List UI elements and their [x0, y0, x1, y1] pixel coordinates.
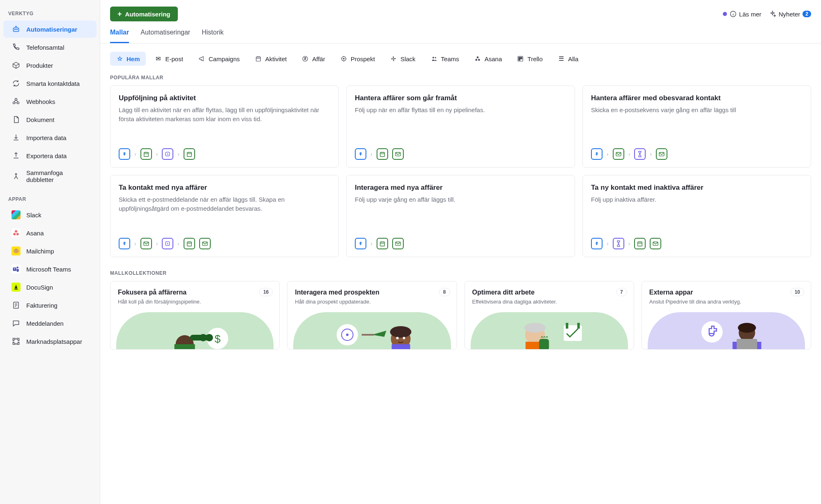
- chevron-right-icon: ›: [134, 240, 136, 247]
- new-automation-button[interactable]: + Automatisering: [110, 7, 178, 21]
- hourglass-step-icon: [613, 238, 624, 249]
- svg-rect-20: [393, 59, 394, 61]
- teams-icon: T: [11, 265, 21, 274]
- collection-card[interactable]: 10 Externa appar Anslut Pipedrive till d…: [642, 281, 811, 350]
- svg-point-1: [15, 29, 16, 30]
- sidebar-app-asana[interactable]: Asana: [3, 224, 97, 242]
- collection-desc: Anslut Pipedrive till dina andra verktyg…: [649, 299, 803, 305]
- svg-rect-39: [187, 242, 192, 246]
- sidebar-app-marketplace[interactable]: Marknadsplatsappar: [3, 333, 97, 350]
- sidebar-item-label: Microsoft Teams: [26, 266, 71, 273]
- news-count-badge: 2: [803, 11, 811, 17]
- svg-rect-33: [380, 152, 384, 156]
- collection-card[interactable]: 8 Interagera med prospekten Håll dina pr…: [287, 281, 457, 350]
- collection-illustration: [293, 312, 451, 349]
- phone-icon: [11, 43, 21, 52]
- sidebar-item-products[interactable]: Produkter: [3, 57, 97, 74]
- sparkle-icon: [769, 10, 776, 18]
- mail-step-icon: [656, 148, 667, 160]
- category-campaigns[interactable]: Campaigns: [192, 52, 246, 66]
- read-more-link[interactable]: Läs mer: [723, 10, 761, 18]
- info-icon: [729, 10, 737, 18]
- chevron-right-icon: ›: [177, 240, 179, 247]
- template-card[interactable]: Ta kontakt med nya affärer Skicka ett e-…: [110, 175, 339, 257]
- sidebar-item-import[interactable]: Importera data: [3, 129, 97, 146]
- sidebar-item-label: Fakturering: [26, 302, 57, 309]
- category-prospect[interactable]: Prospekt: [334, 52, 381, 66]
- category-trello[interactable]: Trello: [511, 52, 548, 66]
- main-content: + Automatisering Läs mer Nyheter 2 Malla…: [100, 0, 821, 504]
- svg-rect-43: [638, 242, 642, 246]
- sidebar-section-apps: APPAR: [0, 193, 100, 206]
- svg-point-68: [701, 321, 722, 343]
- svg-rect-36: [659, 152, 664, 156]
- category-slack[interactable]: Slack: [384, 52, 421, 66]
- sidebar-item-merge[interactable]: Sammanfoga dubbletter: [3, 165, 97, 187]
- tab-templates[interactable]: Mallar: [110, 29, 129, 43]
- sidebar-item-smartdata[interactable]: Smarta kontaktdata: [3, 75, 97, 92]
- calendar-step-icon: [634, 238, 646, 249]
- template-desc: Skicka ett e-postmeddelande när en affär…: [119, 195, 330, 230]
- sidebar-app-slack[interactable]: Slack: [3, 206, 97, 223]
- sidebar-item-export[interactable]: Exportera data: [3, 147, 97, 164]
- chevron-right-icon: ›: [607, 240, 609, 247]
- sidebar-item-label: Importera data: [26, 134, 67, 141]
- star-icon: ☆: [116, 55, 123, 62]
- asana-small-icon: [474, 55, 481, 62]
- sidebar-item-calls[interactable]: Telefonsamtal: [3, 39, 97, 56]
- template-card[interactable]: Interagera med nya affärer Följ upp varj…: [346, 175, 575, 257]
- category-all[interactable]: ☰Alla: [552, 52, 584, 66]
- category-home[interactable]: ☆Hem: [110, 52, 146, 66]
- category-deal[interactable]: Affär: [296, 52, 331, 66]
- sidebar-app-teams[interactable]: T Microsoft Teams: [3, 260, 97, 278]
- clock-step-icon: [162, 148, 173, 160]
- svg-rect-41: [380, 242, 384, 246]
- chevron-right-icon: ›: [134, 151, 136, 157]
- sidebar-item-label: Slack: [26, 212, 41, 219]
- sidebar-app-mailchimp[interactable]: 🐵 Mailchimp: [3, 242, 97, 260]
- news-link[interactable]: Nyheter 2: [769, 10, 811, 18]
- chevron-right-icon: ›: [370, 240, 373, 247]
- svg-point-60: [403, 337, 405, 339]
- category-asana[interactable]: Asana: [468, 52, 508, 66]
- collection-illustration: $: [116, 312, 274, 349]
- chevron-right-icon: ›: [177, 151, 179, 157]
- svg-point-17: [343, 58, 344, 60]
- sidebar-app-messages[interactable]: Meddelanden: [3, 315, 97, 332]
- messages-icon: [11, 319, 21, 328]
- sidebar-app-invoicing[interactable]: Fakturering: [3, 297, 97, 314]
- sidebar-item-documents[interactable]: Dokument: [3, 111, 97, 128]
- template-flow: ›››: [119, 148, 330, 160]
- category-teams[interactable]: Teams: [425, 52, 465, 66]
- collection-card[interactable]: 16 Fokusera på affärerna Håll koll på di…: [110, 281, 280, 350]
- tab-history[interactable]: Historik: [202, 29, 223, 43]
- deal-step-icon: [119, 148, 130, 160]
- collection-count: 10: [791, 288, 804, 296]
- category-activity[interactable]: Aktivitet: [249, 52, 293, 66]
- sidebar-item-automations[interactable]: Automatiseringar: [3, 21, 97, 38]
- deal-step-icon: [355, 238, 366, 249]
- slack-icon: [11, 210, 21, 219]
- svg-rect-67: [539, 339, 549, 349]
- template-title: Interagera med nya affärer: [355, 184, 566, 192]
- template-card[interactable]: Uppföljning på aktivitet Lägg till en ak…: [110, 85, 339, 168]
- sidebar-item-label: Mailchimp: [26, 248, 54, 255]
- svg-rect-44: [653, 242, 658, 246]
- sidebar: VERKTYG Automatiseringar Telefonsamtal P…: [0, 0, 100, 504]
- collection-desc: Håll koll på din försäljningspipeline.: [118, 299, 272, 305]
- sidebar-item-label: Marknadsplatsappar: [26, 338, 82, 345]
- template-card[interactable]: Hantera affärer med obesvarad kontakt Sk…: [582, 85, 811, 168]
- invoice-icon: [11, 301, 21, 310]
- template-title: Hantera affärer med obesvarad kontakt: [591, 94, 803, 102]
- collection-card[interactable]: 7 Optimera ditt arbete Effektivisera din…: [465, 281, 634, 350]
- category-email[interactable]: ✉E-post: [149, 52, 189, 66]
- template-card[interactable]: Hantera affärer som går framåt Följ upp …: [346, 85, 575, 168]
- svg-point-51: [206, 334, 213, 341]
- template-card[interactable]: Ta ny kontakt med inaktiva affärer Följ …: [582, 175, 811, 257]
- sidebar-app-docusign[interactable]: DocuSign: [3, 278, 97, 296]
- merge-icon: [11, 172, 21, 181]
- svg-text:$: $: [214, 333, 221, 345]
- chevron-right-icon: ›: [628, 240, 630, 247]
- sidebar-item-webhooks[interactable]: Webhooks: [3, 93, 97, 110]
- tab-automations[interactable]: Automatiseringar: [140, 29, 190, 43]
